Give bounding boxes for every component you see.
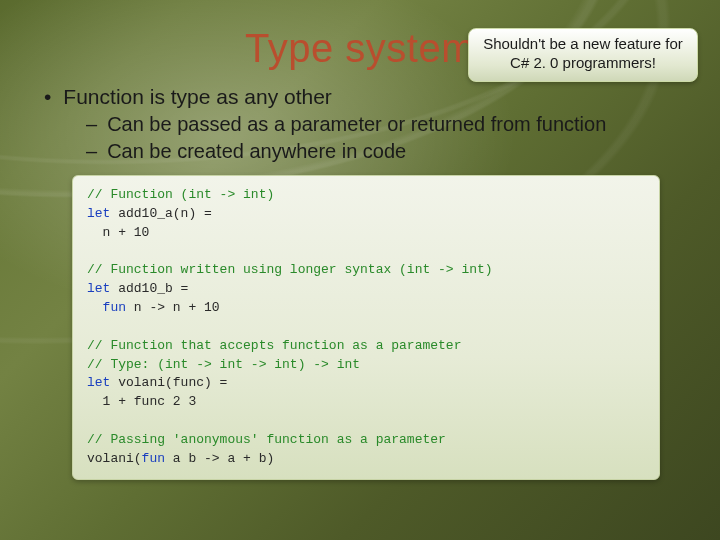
code-comment: // Function (int -> int) (87, 187, 274, 202)
code-text: volani( (87, 451, 142, 466)
callout-line-1: Shouldn't be a new feature for (479, 35, 687, 54)
code-block: // Function (int -> int) let add10_a(n) … (72, 175, 660, 480)
code-comment: // Type: (int -> int -> int) -> int (87, 357, 360, 372)
body-content: • Function is type as any other – Can be… (40, 85, 680, 480)
code-comment: // Function written using longer syntax … (87, 262, 493, 277)
code-text: n -> n + 10 (126, 300, 220, 315)
code-keyword: fun (142, 451, 165, 466)
code-comment: // Function that accepts function as a p… (87, 338, 461, 353)
code-text: volani(func) = (110, 375, 227, 390)
bullet-icon: • (44, 85, 51, 109)
bullet-main-text: Function is type as any other (63, 85, 331, 109)
sub-bullet-2: – Can be created anywhere in code (86, 138, 680, 165)
dash-icon: – (86, 138, 97, 165)
code-text: n + 10 (87, 225, 149, 240)
code-text: add10_a(n) = (110, 206, 211, 221)
code-keyword: fun (103, 300, 126, 315)
code-text: add10_b = (110, 281, 188, 296)
code-text: a b -> a + b) (165, 451, 274, 466)
code-keyword: let (87, 375, 110, 390)
code-text (87, 300, 103, 315)
sub-bullet-2-text: Can be created anywhere in code (107, 138, 406, 165)
sub-bullets: – Can be passed as a parameter or return… (86, 111, 680, 165)
callout-box: Shouldn't be a new feature for C# 2. 0 p… (468, 28, 698, 82)
code-keyword: let (87, 281, 110, 296)
sub-bullet-1-text: Can be passed as a parameter or returned… (107, 111, 606, 138)
code-text: 1 + func 2 3 (87, 394, 196, 409)
bullet-main: • Function is type as any other (44, 85, 680, 109)
slide: Type system Shouldn't be a new feature f… (0, 0, 720, 540)
dash-icon: – (86, 111, 97, 138)
sub-bullet-1: – Can be passed as a parameter or return… (86, 111, 680, 138)
code-keyword: let (87, 206, 110, 221)
code-comment: // Passing 'anonymous' function as a par… (87, 432, 446, 447)
callout-line-2: C# 2. 0 programmers! (479, 54, 687, 73)
